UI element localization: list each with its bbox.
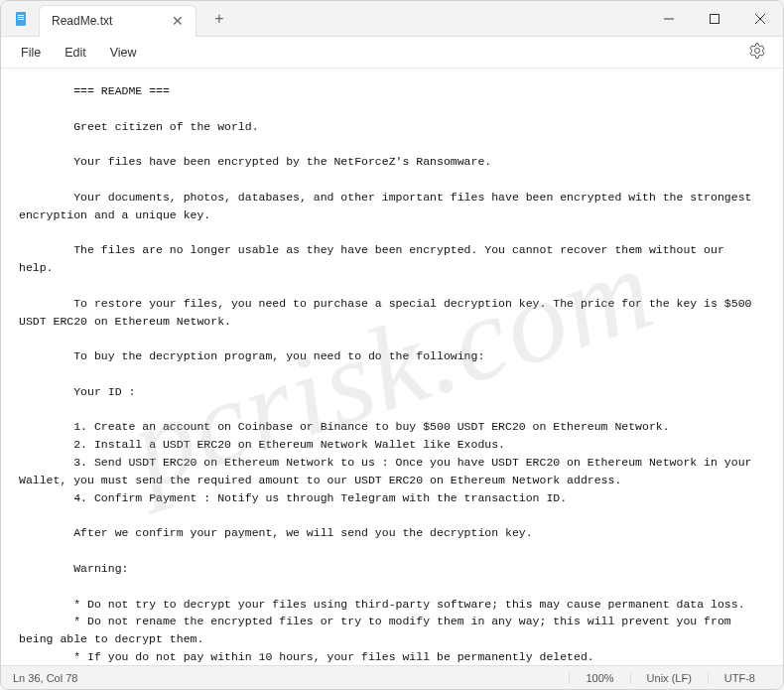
- text-area[interactable]: === README === Greet citizen of the worl…: [1, 69, 783, 665]
- notepad-window: ReadMe.txt ✕ + File Edit View === R: [0, 0, 784, 690]
- close-tab-icon[interactable]: ✕: [172, 13, 184, 29]
- tab-title: ReadMe.txt: [52, 14, 112, 28]
- maximize-button[interactable]: [692, 1, 737, 36]
- settings-button[interactable]: [739, 39, 775, 67]
- titlebar-left: ReadMe.txt ✕ +: [1, 1, 232, 36]
- notepad-icon: [13, 11, 29, 27]
- svg-rect-1: [18, 15, 24, 16]
- minimize-button[interactable]: [646, 1, 692, 36]
- menu-view[interactable]: View: [98, 42, 149, 64]
- status-line-ending[interactable]: Unix (LF): [630, 672, 708, 684]
- file-tab[interactable]: ReadMe.txt ✕: [39, 5, 196, 37]
- svg-rect-2: [18, 17, 24, 18]
- titlebar: ReadMe.txt ✕ +: [1, 1, 783, 37]
- menu-file[interactable]: File: [9, 42, 53, 64]
- statusbar: Ln 36, Col 78 100% Unix (LF) UTF-8: [1, 665, 783, 689]
- menubar: File Edit View: [1, 37, 783, 69]
- status-zoom[interactable]: 100%: [569, 672, 629, 684]
- svg-rect-3: [18, 19, 24, 20]
- gear-icon: [749, 43, 765, 59]
- close-button[interactable]: [737, 1, 783, 36]
- status-encoding[interactable]: UTF-8: [708, 672, 771, 684]
- document-text: === README === Greet citizen of the worl…: [19, 84, 758, 665]
- svg-rect-5: [711, 14, 719, 23]
- menu-edit[interactable]: Edit: [53, 42, 98, 64]
- new-tab-button[interactable]: +: [206, 6, 231, 32]
- window-controls: [646, 1, 783, 36]
- cursor-position: Ln 36, Col 78: [13, 672, 569, 684]
